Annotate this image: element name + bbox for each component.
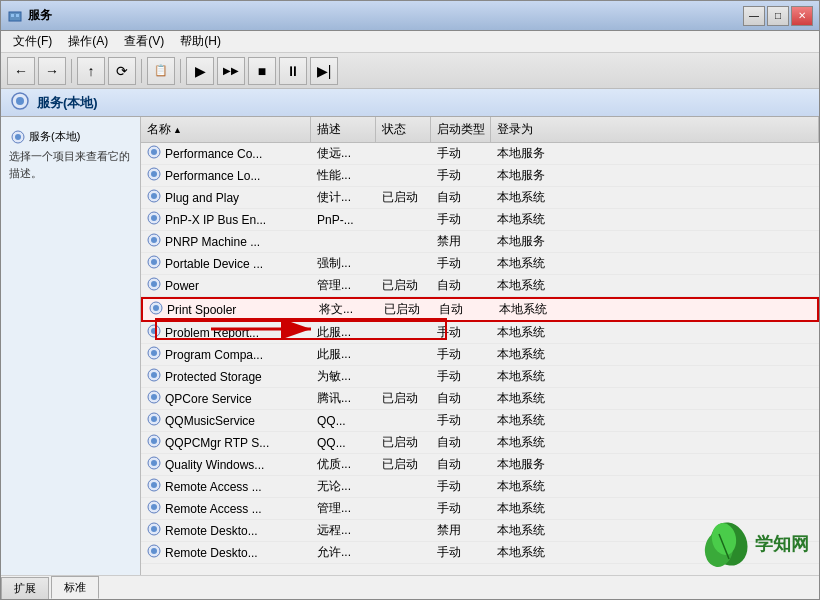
- table-row[interactable]: QQMusicService QQ... 手动 本地系统: [141, 410, 819, 432]
- cell-startup-4: 禁用: [431, 231, 491, 252]
- svg-point-34: [151, 438, 157, 444]
- main-content: 服务(本地) 选择一个项目来查看它的描述。 名称 ▲ 描述 状态 启动类型: [1, 117, 819, 575]
- row-icon-9: [147, 346, 161, 363]
- cell-status-14: 已启动: [376, 454, 431, 475]
- watermark-text: 学知网: [755, 532, 809, 556]
- row-name-3: PnP-X IP Bus En...: [165, 213, 266, 227]
- cell-startup-16: 手动: [431, 498, 491, 519]
- toolbar-btn-3[interactable]: 📋: [147, 57, 175, 85]
- menu-action[interactable]: 操作(A): [60, 31, 116, 52]
- restart-service-button[interactable]: ▶|: [310, 57, 338, 85]
- cell-desc-13: QQ...: [311, 434, 376, 452]
- row-name-1: Performance Lo...: [165, 169, 260, 183]
- row-icon-8: [147, 324, 161, 341]
- table-row[interactable]: Program Compa... 此服... 手动 本地系统: [141, 344, 819, 366]
- row-name-15: Remote Access ...: [165, 480, 262, 494]
- table-row[interactable]: PNRP Machine ... 禁用 本地服务: [141, 231, 819, 253]
- row-icon-15: [147, 478, 161, 495]
- cell-login-0: 本地服务: [491, 143, 819, 164]
- cell-login-1: 本地服务: [491, 165, 819, 186]
- row-icon-12: [147, 412, 161, 429]
- close-button[interactable]: ✕: [791, 6, 813, 26]
- cell-startup-1: 手动: [431, 165, 491, 186]
- table-row[interactable]: Plug and Play 使计... 已启动 自动 本地系统: [141, 187, 819, 209]
- minimize-button[interactable]: —: [743, 6, 765, 26]
- cell-desc-7: 将文...: [313, 299, 378, 320]
- row-name-12: QQMusicService: [165, 414, 255, 428]
- row-name-18: Remote Deskto...: [165, 546, 258, 560]
- table-row[interactable]: Power 管理... 已启动 自动 本地系统: [141, 275, 819, 297]
- row-icon-2: [147, 189, 161, 206]
- cell-name-17: Remote Deskto...: [141, 520, 311, 541]
- tab-standard[interactable]: 标准: [51, 576, 99, 599]
- toolbar: ← → ↑ ⟳ 📋 ▶ ▶▶ ■ ⏸ ▶|: [1, 53, 819, 89]
- table-row[interactable]: Problem Report... 此服... 手动 本地系统: [141, 322, 819, 344]
- table-row[interactable]: Remote Access ... 无论... 手动 本地系统: [141, 476, 819, 498]
- cell-status-10: [376, 375, 431, 379]
- up-button[interactable]: ↑: [77, 57, 105, 85]
- title-bar: 服务 — □ ✕: [1, 1, 819, 31]
- col-header-login[interactable]: 登录为: [491, 117, 819, 142]
- menu-file[interactable]: 文件(F): [5, 31, 60, 52]
- row-icon-5: [147, 255, 161, 272]
- back-button[interactable]: ←: [7, 57, 35, 85]
- table-row[interactable]: Portable Device ... 强制... 手动 本地系统: [141, 253, 819, 275]
- svg-point-30: [151, 394, 157, 400]
- table-row[interactable]: PnP-X IP Bus En... PnP-... 手动 本地系统: [141, 209, 819, 231]
- cell-login-6: 本地系统: [491, 275, 819, 296]
- svg-point-26: [151, 350, 157, 356]
- col-header-desc[interactable]: 描述: [311, 117, 376, 142]
- cell-name-6: Power: [141, 275, 311, 296]
- row-name-0: Performance Co...: [165, 147, 262, 161]
- col-header-startup[interactable]: 启动类型: [431, 117, 491, 142]
- sort-arrow-icon: ▲: [173, 125, 182, 135]
- sidebar-item-services[interactable]: 服务(本地): [9, 125, 132, 148]
- start-service-button-2[interactable]: ▶▶: [217, 57, 245, 85]
- menu-view[interactable]: 查看(V): [116, 31, 172, 52]
- table-row[interactable]: Protected Storage 为敏... 手动 本地系统: [141, 366, 819, 388]
- cell-login-13: 本地系统: [491, 432, 819, 453]
- maximize-button[interactable]: □: [767, 6, 789, 26]
- start-service-button[interactable]: ▶: [186, 57, 214, 85]
- watermark: 学知网: [699, 519, 809, 569]
- table-row[interactable]: QPCore Service 腾讯... 已启动 自动 本地系统: [141, 388, 819, 410]
- tab-extended[interactable]: 扩展: [1, 577, 49, 599]
- col-header-name[interactable]: 名称 ▲: [141, 117, 311, 142]
- menu-help[interactable]: 帮助(H): [172, 31, 229, 52]
- cell-desc-0: 使远...: [311, 143, 376, 164]
- cell-desc-14: 优质...: [311, 454, 376, 475]
- table-row[interactable]: Quality Windows... 优质... 已启动 自动 本地服务: [141, 454, 819, 476]
- cell-name-3: PnP-X IP Bus En...: [141, 209, 311, 230]
- refresh-button[interactable]: ⟳: [108, 57, 136, 85]
- pause-service-button[interactable]: ⏸: [279, 57, 307, 85]
- cell-status-16: [376, 507, 431, 511]
- cell-login-3: 本地系统: [491, 209, 819, 230]
- table-row[interactable]: Performance Lo... 性能... 手动 本地服务: [141, 165, 819, 187]
- table-row[interactable]: QQPCMgr RTP S... QQ... 已启动 自动 本地系统: [141, 432, 819, 454]
- cell-startup-7: 自动: [433, 299, 493, 320]
- cell-name-2: Plug and Play: [141, 187, 311, 208]
- cell-desc-9: 此服...: [311, 344, 376, 365]
- forward-button[interactable]: →: [38, 57, 66, 85]
- cell-status-18: [376, 551, 431, 555]
- toolbar-separator-3: [180, 59, 181, 83]
- svg-point-32: [151, 416, 157, 422]
- table-row[interactable]: Performance Co... 使远... 手动 本地服务: [141, 143, 819, 165]
- col-header-status[interactable]: 状态: [376, 117, 431, 142]
- cell-desc-1: 性能...: [311, 165, 376, 186]
- cell-status-17: [376, 529, 431, 533]
- row-icon-7: [149, 301, 163, 318]
- cell-startup-3: 手动: [431, 209, 491, 230]
- row-name-7: Print Spooler: [167, 303, 236, 317]
- bottom-tabs: 扩展 标准: [1, 575, 819, 599]
- main-window: 服务 — □ ✕ 文件(F) 操作(A) 查看(V) 帮助(H) ← → ↑ ⟳…: [0, 0, 820, 600]
- address-label: 服务(本地): [37, 94, 98, 112]
- svg-point-8: [151, 149, 157, 155]
- stop-service-button[interactable]: ■: [248, 57, 276, 85]
- table-row[interactable]: Remote Access ... 管理... 手动 本地系统: [141, 498, 819, 520]
- table-body[interactable]: Performance Co... 使远... 手动 本地服务 Performa…: [141, 143, 819, 575]
- row-icon-6: [147, 277, 161, 294]
- table-row[interactable]: Print Spooler 将文... 已启动 自动 本地系统: [141, 297, 819, 322]
- cell-name-18: Remote Deskto...: [141, 542, 311, 563]
- cell-startup-14: 自动: [431, 454, 491, 475]
